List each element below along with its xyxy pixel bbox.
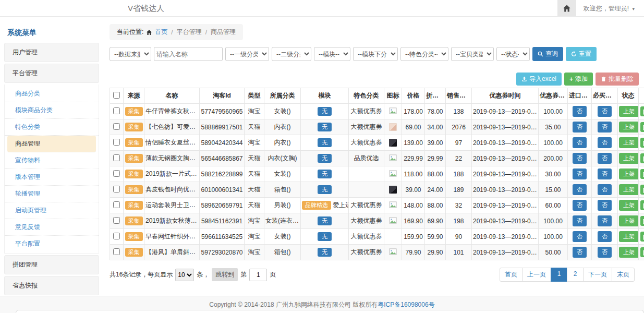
must-buy-toggle-button[interactable]: 否 (598, 200, 612, 211)
taoke-id-cell: 589042420344 (200, 135, 245, 151)
batch-delete-button[interactable]: 批量删除 (596, 73, 639, 86)
row-checkbox[interactable] (113, 233, 120, 239)
row-checkbox[interactable] (113, 107, 120, 114)
pager-button-4[interactable]: 下一页 (583, 268, 612, 282)
image-placeholder-icon (389, 216, 397, 224)
pager-button-0[interactable]: 首页 (500, 268, 523, 282)
row-checkbox[interactable] (113, 186, 120, 192)
filter-select-6[interactable]: --特色分类-- (400, 47, 448, 61)
import-toggle-button[interactable]: 否 (573, 231, 587, 242)
status-button[interactable]: 上架 (619, 184, 639, 195)
filter-select-0[interactable]: --数据来源-- (110, 47, 151, 61)
type-cell: 天猫 (245, 151, 264, 166)
pager-button-2[interactable]: 1 (551, 268, 567, 282)
filter-select-3[interactable]: --二级分类-- (272, 47, 311, 61)
sidebar-subitem-4[interactable]: 宣传物料 (5, 152, 99, 169)
sidebar-subitem-3[interactable]: 商品管理 (7, 136, 96, 152)
edit-button[interactable] (640, 138, 644, 148)
import-toggle-button[interactable]: 否 (573, 215, 587, 226)
jump-button[interactable]: 跳转到 (212, 268, 238, 281)
status-button[interactable]: 上架 (619, 231, 639, 242)
icon-cell (384, 151, 402, 166)
edit-button[interactable] (640, 216, 644, 226)
row-checkbox[interactable] (113, 154, 120, 161)
must-buy-toggle-button[interactable]: 否 (598, 137, 612, 148)
row-checkbox[interactable] (113, 170, 120, 177)
row-checkbox[interactable] (113, 201, 120, 208)
edit-button[interactable] (640, 122, 644, 132)
row-checkbox[interactable] (113, 217, 120, 224)
import-toggle-button[interactable]: 否 (573, 184, 587, 195)
add-button[interactable]: + 添加 (564, 73, 593, 86)
status-button[interactable]: 上架 (619, 122, 639, 133)
must-buy-toggle-button[interactable]: 否 (598, 184, 612, 195)
user-menu[interactable]: 欢迎您，管理员! ▾ (576, 4, 644, 13)
pager-button-1[interactable]: 上一页 (522, 268, 551, 282)
filter-select-2[interactable]: --一级分类-- (225, 47, 269, 61)
edit-button[interactable] (640, 200, 644, 210)
edit-button[interactable] (640, 247, 644, 257)
source-cell: 采集 (124, 213, 144, 229)
sidebar-subitem-1[interactable]: 模块商品分类 (5, 102, 99, 119)
import-toggle-button[interactable]: 否 (573, 122, 587, 133)
pager-button-3[interactable]: 2 (567, 268, 584, 282)
import-toggle-button[interactable]: 否 (573, 153, 587, 164)
import-toggle-button[interactable]: 否 (573, 137, 587, 148)
sidebar-subitem-0[interactable]: 商品分类 (5, 86, 99, 102)
search-button[interactable]: 查询 (532, 47, 563, 61)
refresh-icon (571, 51, 577, 57)
filter-select-7[interactable]: --宝贝类型-- (451, 47, 494, 61)
sidebar-subitem-2[interactable]: 特色分类 (5, 119, 99, 136)
import-toggle-button[interactable]: 否 (573, 247, 587, 258)
edit-button[interactable] (640, 106, 644, 116)
icp-link[interactable]: 粤ICP备16098006号 (378, 300, 434, 309)
must-buy-toggle-button[interactable]: 否 (598, 247, 612, 258)
reset-button[interactable]: 重置 (566, 47, 597, 61)
sidebar-subitem-8[interactable]: 意见反馈 (5, 219, 99, 236)
select-all-checkbox[interactable] (113, 92, 120, 99)
must-buy-toggle-button[interactable]: 否 (598, 215, 612, 226)
filter-select-8[interactable]: --状态-- (496, 47, 530, 61)
status-button[interactable]: 上架 (619, 215, 639, 226)
sidebar-subitem-7[interactable]: 启动页管理 (5, 202, 99, 219)
edit-button[interactable] (640, 169, 644, 179)
name-search-input[interactable] (154, 47, 223, 61)
import-toggle-button[interactable]: 否 (573, 168, 587, 179)
home-button[interactable] (557, 0, 576, 17)
import-toggle-button[interactable]: 否 (573, 200, 587, 211)
module-cell: 品牌精选爱上运动 (301, 198, 349, 213)
must-buy-toggle-button[interactable]: 否 (598, 153, 612, 164)
per-page-select[interactable]: 10 (175, 269, 194, 281)
edit-button[interactable] (640, 232, 644, 242)
row-checkbox[interactable] (113, 139, 120, 146)
status-button[interactable]: 上架 (619, 168, 639, 179)
sidebar-item-0[interactable]: 用户管理 (4, 43, 99, 62)
sidebar-item-1[interactable]: 平台管理 (4, 64, 99, 83)
breadcrumb-home-link[interactable]: 首页 (155, 28, 167, 37)
sidebar-item-bottom-1[interactable]: 省惠快报 (4, 276, 99, 295)
must-buy-toggle-button[interactable]: 否 (598, 122, 612, 133)
edit-button[interactable] (640, 153, 644, 163)
filter-select-4[interactable]: --模块-- (314, 47, 350, 61)
import-excel-button[interactable]: 导入excel (516, 73, 562, 86)
status-button[interactable]: 上架 (619, 247, 639, 258)
page-number-input[interactable] (249, 269, 267, 281)
sidebar-subitem-6[interactable]: 轮播管理 (5, 186, 99, 202)
edit-button[interactable] (640, 185, 644, 195)
must-buy-toggle-button[interactable]: 否 (598, 106, 612, 117)
must-buy-toggle-button[interactable]: 否 (598, 168, 612, 179)
status-button[interactable]: 上架 (619, 200, 639, 211)
sidebar-subitem-5[interactable]: 版本管理 (5, 169, 99, 186)
sidebar-item-bottom-0[interactable]: 拼团管理 (4, 255, 99, 274)
status-button[interactable]: 上架 (619, 153, 639, 164)
status-button[interactable]: 上架 (619, 106, 639, 117)
coupon-amount-cell: 100.00 (539, 229, 568, 245)
row-checkbox[interactable] (113, 123, 120, 130)
status-button[interactable]: 上架 (619, 137, 639, 148)
pager-button-5[interactable]: 末页 (612, 268, 635, 282)
filter-select-5[interactable]: --模块下分类-- (353, 47, 398, 61)
row-checkbox[interactable] (113, 248, 120, 255)
sidebar-subitem-9[interactable]: 平台配置 (5, 236, 99, 252)
import-toggle-button[interactable]: 否 (573, 106, 587, 117)
must-buy-toggle-button[interactable]: 否 (598, 231, 612, 242)
